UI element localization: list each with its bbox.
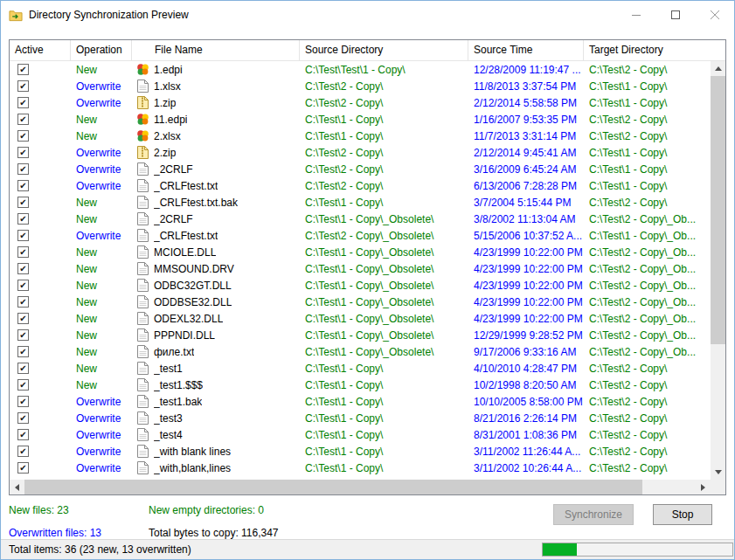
filename-cell: _with blank lines [132, 445, 300, 459]
row-active-checkbox[interactable]: ✔ [17, 230, 29, 241]
filename-text: _with blank lines [154, 446, 231, 458]
table-row[interactable]: ✔ New ODDBSE32.DLL C:\Test\1 - Copy\_Obs… [10, 294, 711, 310]
row-active-checkbox[interactable]: ✔ [17, 263, 29, 274]
row-active-checkbox[interactable]: ✔ [17, 180, 29, 191]
source-time-cell: 4/23/1999 10:22:00 PM [468, 280, 584, 292]
vertical-scrollbar-track[interactable] [711, 76, 725, 465]
column-header-source-directory[interactable]: Source Directory [300, 40, 468, 60]
filename-cell: MCIOLE.DLL [132, 245, 300, 259]
table-row[interactable]: ✔ New MMSOUND.DRV C:\Test\1 - Copy\_Obso… [10, 260, 711, 277]
scroll-down-button[interactable] [711, 465, 725, 480]
target-directory-cell: C:\Test\2 - Copy\_Ob... [584, 313, 711, 325]
target-directory-cell: C:\Test\2 - Copy\ [584, 114, 711, 126]
source-directory-cell: C:\Test\2 - Copy\ [300, 97, 468, 109]
close-button[interactable] [695, 1, 734, 29]
row-active-checkbox[interactable]: ✔ [17, 80, 29, 92]
row-active-checkbox[interactable]: ✔ [17, 280, 29, 291]
row-active-checkbox[interactable]: ✔ [17, 412, 29, 424]
minimize-button[interactable] [616, 1, 655, 29]
row-active-checkbox[interactable]: ✔ [17, 64, 29, 75]
vertical-scrollbar-thumb[interactable] [711, 76, 725, 344]
row-active-checkbox[interactable]: ✔ [17, 97, 29, 108]
target-directory-cell: C:\Test\2 - Copy\_Ob... [584, 263, 711, 275]
table-row[interactable]: ✔ Overwrite _CRLFtest.txt C:\Test\2 - Co… [10, 227, 711, 244]
row-active-checkbox[interactable]: ✔ [17, 379, 29, 391]
column-header-target-directory[interactable]: Target Directory [584, 40, 725, 60]
row-active-checkbox[interactable]: ✔ [17, 313, 29, 324]
table-row[interactable]: ✔ New _2CRLF C:\Test\1 - Copy\_Obsolete\… [10, 211, 711, 227]
table-row[interactable]: ✔ Overwrite _CRLFtest.txt C:\Test\2 - Co… [10, 177, 711, 194]
row-active-checkbox[interactable]: ✔ [17, 246, 29, 258]
filename-text: ODDBSE32.DLL [154, 296, 232, 308]
table-row[interactable]: ✔ Overwrite _with blank lines C:\Test\1 … [10, 443, 711, 460]
table-row[interactable]: ✔ Overwrite _test4 C:\Test\1 - Copy\ 8/3… [10, 426, 711, 443]
table-row[interactable]: ✔ Overwrite 1.zip C:\Test\2 - Copy\ 2/12… [10, 94, 711, 111]
source-directory-cell: C:\Test\Test\1 - Copy\ [300, 64, 468, 76]
row-active-checkbox[interactable]: ✔ [17, 363, 29, 374]
row-active-checkbox[interactable]: ✔ [17, 114, 29, 125]
active-cell: ✔ [10, 197, 71, 208]
table-row[interactable]: ✔ Overwrite _test1.bak C:\Test\1 - Copy\… [10, 393, 711, 410]
summary-left-column: New files: 23 Overwritten files: 13 [9, 502, 149, 539]
row-active-checkbox[interactable]: ✔ [17, 462, 29, 474]
table-row[interactable]: ✔ New _CRLFtest.txt.bak C:\Test\1 - Copy… [10, 194, 711, 211]
table-header: Active Operation File Name Source Direct… [10, 40, 725, 61]
table-row[interactable]: ✔ New 11.edpi C:\Test\1 - Copy\ 1/16/200… [10, 111, 711, 128]
row-active-checkbox[interactable]: ✔ [17, 213, 29, 225]
table-row[interactable]: ✔ Overwrite 1.xlsx C:\Test\2 - Copy\ 11/… [10, 78, 711, 94]
table-row[interactable]: ✔ Overwrite 2.zip C:\Test\2 - Copy\ 2/12… [10, 144, 711, 161]
row-active-checkbox[interactable]: ✔ [17, 296, 29, 308]
row-active-checkbox[interactable]: ✔ [17, 429, 29, 440]
source-time-cell: 3/16/2009 6:45:24 AM [468, 163, 584, 176]
scroll-right-button[interactable] [696, 480, 711, 494]
maximize-button[interactable] [655, 1, 695, 29]
operation-cell: New [71, 213, 132, 225]
row-active-checkbox[interactable]: ✔ [17, 346, 29, 357]
stop-button[interactable]: Stop [653, 504, 712, 525]
table-row[interactable]: ✔ New MCIOLE.DLL C:\Test\1 - Copy\_Obsol… [10, 244, 711, 260]
row-active-checkbox[interactable]: ✔ [17, 197, 29, 208]
scroll-up-icon [715, 66, 722, 71]
table-row[interactable]: ✔ New филе.txt C:\Test\1 - Copy\_Obsolet… [10, 343, 711, 360]
doc-icon [135, 262, 149, 276]
table-row[interactable]: ✔ New 2.xlsx C:\Test\1 - Copy\ 11/7/2013… [10, 128, 711, 144]
target-directory-cell: C:\Test\2 - Copy\ [584, 429, 711, 441]
synchronize-button[interactable]: Synchronize [553, 504, 634, 525]
horizontal-scrollbar-thumb[interactable] [24, 480, 642, 494]
action-buttons: Synchronize Stop [553, 502, 712, 539]
table-row[interactable]: ✔ New PPPNDI.DLL C:\Test\1 - Copy\_Obsol… [10, 327, 711, 343]
scroll-left-button[interactable] [10, 480, 24, 494]
table-row[interactable]: ✔ New _test1.$$$ C:\Test\1 - Copy\ 10/2/… [10, 377, 711, 393]
row-active-checkbox[interactable]: ✔ [17, 396, 29, 407]
filename-text: _CRLFtest.txt.bak [154, 197, 238, 209]
column-header-source-time[interactable]: Source Time [468, 40, 584, 60]
horizontal-scrollbar-track[interactable] [24, 480, 696, 494]
table-row[interactable]: ✔ Overwrite _test3 C:\Test\1 - Copy\ 8/2… [10, 410, 711, 426]
row-active-checkbox[interactable]: ✔ [17, 329, 29, 341]
table-row[interactable]: ✔ Overwrite _2CRLF C:\Test\2 - Copy\ 3/1… [10, 161, 711, 177]
source-time-cell: 8/21/2016 2:26:14 PM [468, 412, 584, 425]
table-row[interactable]: ✔ New 1.edpi C:\Test\Test\1 - Copy\ 12/2… [10, 61, 711, 78]
scroll-up-button[interactable] [711, 61, 725, 76]
status-bar: Total items: 36 (23 new, 13 overwritten) [1, 539, 734, 559]
table-row[interactable]: ✔ New ODBC32GT.DLL C:\Test\1 - Copy\_Obs… [10, 277, 711, 294]
total-bytes-summary: Total bytes to copy: 116,347 [149, 527, 279, 539]
column-header-operation[interactable]: Operation [71, 40, 132, 60]
table-row[interactable]: ✔ New _test1 C:\Test\1 - Copy\ 4/10/2010… [10, 360, 711, 377]
filename-cell: _CRLFtest.txt [132, 179, 300, 193]
source-time-cell: 4/10/2010 4:28:47 PM [468, 363, 584, 375]
table-row[interactable]: ✔ New ODEXL32.DLL C:\Test\1 - Copy\_Obso… [10, 310, 711, 327]
filename-text: 2.zip [154, 147, 176, 159]
horizontal-scrollbar[interactable] [10, 480, 711, 494]
row-active-checkbox[interactable]: ✔ [17, 130, 29, 142]
active-cell: ✔ [10, 329, 71, 341]
doc-icon [135, 445, 149, 459]
row-active-checkbox[interactable]: ✔ [17, 147, 29, 158]
row-active-checkbox[interactable]: ✔ [17, 163, 29, 175]
table-row[interactable]: ✔ Overwrite _with,blank,lines C:\Test\1 … [10, 460, 711, 476]
vertical-scrollbar[interactable] [711, 61, 725, 480]
source-time-cell: 3/11/2002 10:26:44 A... [468, 462, 584, 474]
column-header-file-name[interactable]: File Name [132, 40, 300, 60]
row-active-checkbox[interactable]: ✔ [17, 446, 29, 457]
column-header-active[interactable]: Active [10, 40, 71, 60]
